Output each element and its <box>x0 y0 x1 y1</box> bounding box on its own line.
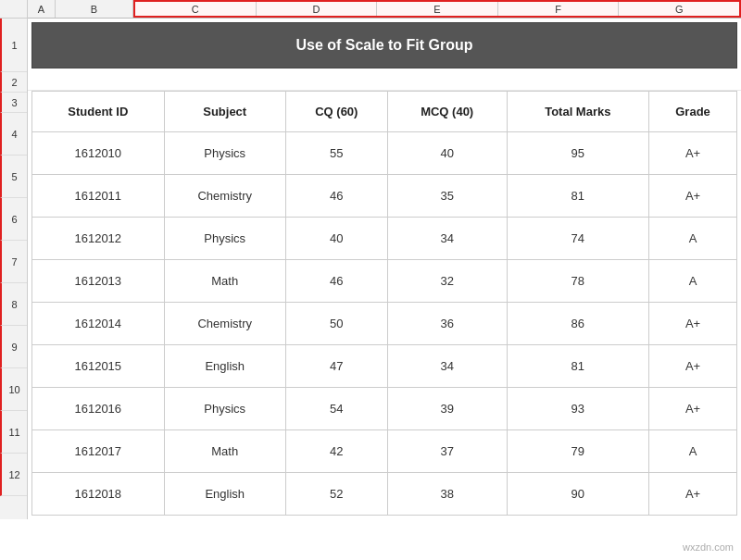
col-header-d[interactable]: D <box>257 2 378 16</box>
cell-id: 1612017 <box>32 430 165 473</box>
cell-total: 79 <box>507 430 648 473</box>
cell-total: 81 <box>507 175 648 218</box>
cell-id: 1612011 <box>32 175 165 218</box>
corner-cell <box>0 0 28 19</box>
col-header-c[interactable]: C <box>135 2 257 16</box>
table-row: 1612018 English 52 38 90 A+ <box>32 473 737 516</box>
col-headers-selected: C D E F G <box>133 0 741 18</box>
cell-mcq: 38 <box>387 473 507 516</box>
table-row: 1612011 Chemistry 46 35 81 A+ <box>32 175 737 218</box>
cell-cq: 42 <box>285 430 387 473</box>
cell-subject: Physics <box>164 388 285 430</box>
cell-cq: 47 <box>285 345 387 388</box>
table-row: 1612013 Math 46 32 78 A <box>32 260 737 303</box>
cell-mcq: 35 <box>387 175 507 218</box>
cell-mcq: 36 <box>387 303 507 345</box>
row-num-9: 9 <box>0 326 27 368</box>
row-num-1: 1 <box>0 19 27 72</box>
cell-id: 1612016 <box>32 388 165 430</box>
cell-subject: English <box>164 345 285 388</box>
cell-total: 95 <box>507 132 648 175</box>
spreadsheet-title: Use of Scale to Fit Group <box>31 22 737 68</box>
table-row: 1612017 Math 42 37 79 A <box>32 430 737 473</box>
cell-grade: A+ <box>649 303 737 345</box>
cell-cq: 46 <box>285 175 387 218</box>
cell-mcq: 34 <box>387 345 507 388</box>
table-row: 1612015 English 47 34 81 A+ <box>32 345 737 388</box>
cell-mcq: 37 <box>387 430 507 473</box>
cell-subject: Physics <box>164 218 285 260</box>
col-header-a[interactable]: A <box>28 0 56 18</box>
cell-subject: Math <box>164 430 285 473</box>
cell-subject: Math <box>164 260 285 303</box>
cell-subject: English <box>164 473 285 516</box>
col-total: Total Marks <box>507 92 648 132</box>
cell-total: 81 <box>507 345 648 388</box>
cell-id: 1612010 <box>32 132 165 175</box>
col-header-b[interactable]: B <box>56 0 133 18</box>
cell-id: 1612018 <box>32 473 165 516</box>
col-student-id: Student ID <box>32 92 165 132</box>
col-header-f[interactable]: F <box>498 2 620 16</box>
cell-grade: A+ <box>649 175 737 218</box>
row-num-5: 5 <box>0 156 27 198</box>
table-header-row: Student ID Subject CQ (60) MCQ (40) <box>32 92 737 132</box>
row-num-11: 11 <box>0 411 27 454</box>
col-header-e[interactable]: E <box>377 2 498 16</box>
col-grade: Grade <box>649 92 737 132</box>
cell-grade: A <box>649 430 737 473</box>
cell-grade: A <box>649 218 737 260</box>
cell-id: 1612012 <box>32 218 165 260</box>
cell-total: 86 <box>507 303 648 345</box>
cell-cq: 50 <box>285 303 387 345</box>
cell-total: 90 <box>507 473 648 516</box>
spreadsheet: A B C D E F G <box>0 0 741 560</box>
row-num-3: 3 <box>0 93 27 113</box>
table-row: 1612016 Physics 54 39 93 A+ <box>32 388 737 430</box>
cell-cq: 40 <box>285 218 387 260</box>
cell-grade: A+ <box>649 345 737 388</box>
cell-total: 93 <box>507 388 648 430</box>
cell-mcq: 32 <box>387 260 507 303</box>
main-area: 1 2 3 4 5 6 7 8 9 <box>0 19 741 519</box>
empty-row <box>28 72 741 91</box>
cell-id: 1612015 <box>32 345 165 388</box>
cell-id: 1612014 <box>32 303 165 345</box>
row-num-7: 7 <box>0 241 27 283</box>
data-table-wrapper: Student ID Subject CQ (60) MCQ (40) <box>28 91 741 519</box>
cell-subject: Physics <box>164 132 285 175</box>
cell-id: 1612013 <box>32 260 165 303</box>
cell-grade: A+ <box>649 473 737 516</box>
table-row: 1612010 Physics 55 40 95 A+ <box>32 132 737 175</box>
table-row: 1612014 Chemistry 50 36 86 A+ <box>32 303 737 345</box>
watermark: wxzdn.com <box>683 541 734 553</box>
cell-grade: A <box>649 260 737 303</box>
cell-mcq: 39 <box>387 388 507 430</box>
table-row: 1612012 Physics 40 34 74 A <box>32 218 737 260</box>
col-header-g[interactable]: G <box>619 2 739 16</box>
cell-subject: Chemistry <box>164 175 285 218</box>
row-num-2: 2 <box>0 72 27 93</box>
row-num-6: 6 <box>0 198 27 241</box>
cell-grade: A+ <box>649 132 737 175</box>
column-headers: A B C D E F G <box>0 0 741 19</box>
cell-subject: Chemistry <box>164 303 285 345</box>
content-area: Use of Scale to Fit Group Student ID Sub… <box>28 19 741 519</box>
col-mcq: MCQ (40) <box>387 92 507 132</box>
cell-total: 74 <box>507 218 648 260</box>
row-num-10: 10 <box>0 368 27 411</box>
cell-cq: 46 <box>285 260 387 303</box>
cell-mcq: 34 <box>387 218 507 260</box>
row-numbers: 1 2 3 4 5 6 7 8 9 <box>0 19 28 519</box>
data-table: Student ID Subject CQ (60) MCQ (40) <box>31 91 737 516</box>
cell-cq: 54 <box>285 388 387 430</box>
cell-cq: 52 <box>285 473 387 516</box>
cell-mcq: 40 <box>387 132 507 175</box>
row-num-8: 8 <box>0 283 27 326</box>
col-cq: CQ (60) <box>285 92 387 132</box>
cell-cq: 55 <box>285 132 387 175</box>
row-num-4: 4 <box>0 113 27 156</box>
col-subject: Subject <box>164 92 285 132</box>
row-num-12: 12 <box>0 454 27 496</box>
cell-total: 78 <box>507 260 648 303</box>
